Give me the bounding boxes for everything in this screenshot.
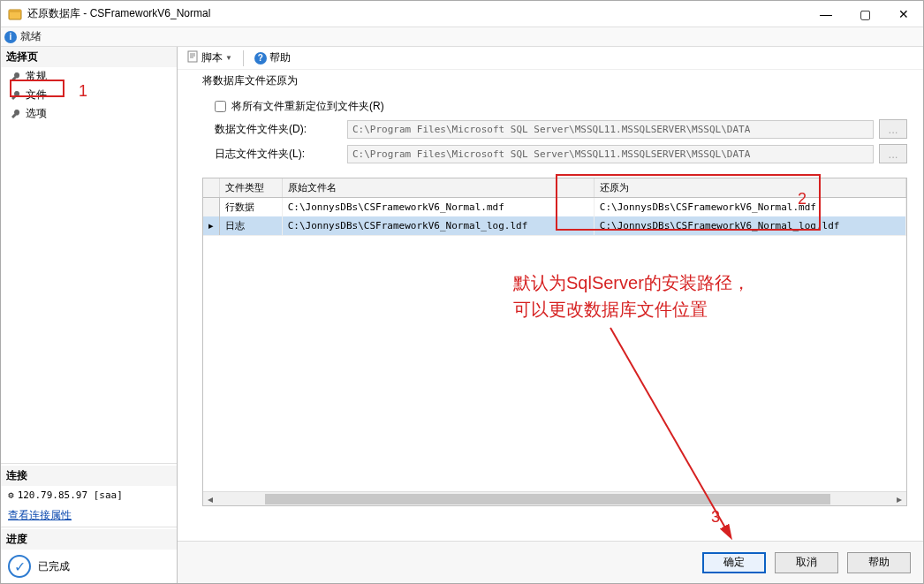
window-title: 还原数据库 - CSFrameworkV6_Normal (27, 6, 807, 21)
table-row[interactable]: ▸ 日志 C:\JonnysDBs\CSFrameworkV6_Normal_l… (203, 216, 906, 235)
chevron-down-icon: ▼ (225, 54, 232, 62)
dialog-window: 还原数据库 - CSFrameworkV6_Normal — ▢ ✕ i 就绪 … (0, 0, 924, 584)
data-folder-browse-button: ... (879, 119, 907, 139)
wrench-icon (10, 89, 22, 102)
main-panel: 脚本 ▼ ? 帮助 将数据库文件还原为 将所有文件重新定位到文件夹(R) (178, 47, 923, 583)
progress-section: 进度 ✓ 已完成 (1, 527, 177, 583)
info-icon: i (4, 31, 17, 43)
script-button[interactable]: 脚本 ▼ (183, 49, 236, 67)
sidebar-item-options[interactable]: 选项 (1, 104, 177, 123)
toolbar: 脚本 ▼ ? 帮助 (178, 47, 923, 70)
toolbar-separator (243, 50, 244, 66)
relocate-checkbox[interactable] (215, 101, 226, 112)
titlebar: 还原数据库 - CSFrameworkV6_Normal — ▢ ✕ (1, 1, 923, 27)
app-icon (8, 7, 22, 21)
maximize-button[interactable]: ▢ (845, 1, 884, 27)
status-text: 就绪 (20, 29, 42, 44)
cell-file-type[interactable]: 行数据 (220, 198, 283, 217)
connection-header: 连接 (1, 466, 177, 486)
select-page-header: 选择页 (1, 47, 177, 67)
dialog-footer: 确定 取消 帮助 (178, 541, 923, 583)
ok-button[interactable]: 确定 (702, 552, 766, 573)
close-button[interactable]: ✕ (884, 1, 923, 27)
help-button-footer[interactable]: 帮助 (847, 552, 911, 573)
restore-as-legend: 将数据库文件还原为 (202, 73, 298, 88)
table-row[interactable]: 行数据 C:\JonnysDBs\CSFrameworkV6_Normal.md… (203, 198, 906, 217)
relocate-label[interactable]: 将所有文件重新定位到文件夹(R) (231, 99, 384, 114)
col-restore-as[interactable]: 还原为 (594, 178, 905, 198)
help-icon: ? (254, 52, 267, 64)
scroll-thumb[interactable] (265, 494, 830, 504)
connection-value: 120.79.85.97 [saa] (18, 489, 123, 501)
files-grid: 文件类型 原始文件名 还原为 行数据 C:\JonnysDBs\CSFramew… (202, 178, 907, 506)
data-folder-input (347, 120, 874, 139)
log-folder-input (347, 145, 874, 163)
grid-header-row: 文件类型 原始文件名 还原为 (203, 178, 906, 198)
scroll-left-arrow[interactable]: ◂ (203, 492, 217, 506)
status-bar: i 就绪 (1, 27, 923, 47)
restore-as-group: 将数据库文件还原为 将所有文件重新定位到文件夹(R) 数据文件文件夹(D): .… (202, 73, 907, 169)
progress-text: 已完成 (38, 559, 70, 574)
grid-empty-area (203, 235, 906, 491)
help-button[interactable]: ? 帮助 (251, 49, 294, 67)
cell-original-name[interactable]: C:\JonnysDBs\CSFrameworkV6_Normal_log.ld… (282, 216, 594, 235)
done-icon: ✓ (8, 555, 31, 578)
col-original-name[interactable]: 原始文件名 (282, 178, 594, 198)
minimize-button[interactable]: — (807, 1, 845, 27)
dialog-body: 选择页 常规 文件 选项 连接 ⚙ (1, 47, 923, 583)
sidebar-item-label: 选项 (26, 106, 47, 121)
cell-restore-as[interactable]: C:\JonnysDBs\CSFrameworkV6_Normal_log.ld… (594, 216, 905, 235)
data-folder-label: 数据文件文件夹(D): (215, 122, 347, 137)
progress-header: 进度 (1, 529, 177, 550)
page-nav: 常规 文件 选项 (1, 67, 177, 123)
cell-file-type[interactable]: 日志 (220, 216, 283, 235)
sidebar: 选择页 常规 文件 选项 连接 ⚙ (1, 47, 178, 583)
script-label: 脚本 (201, 50, 223, 65)
sidebar-item-general[interactable]: 常规 (1, 67, 177, 86)
cell-original-name[interactable]: C:\JonnysDBs\CSFrameworkV6_Normal.mdf (282, 198, 594, 217)
horizontal-scrollbar[interactable]: ◂ ▸ (203, 491, 906, 505)
sidebar-item-label: 文件 (26, 87, 47, 102)
server-icon: ⚙ (8, 489, 14, 501)
cell-restore-as[interactable]: C:\JonnysDBs\CSFrameworkV6_Normal.mdf (594, 198, 905, 217)
log-folder-label: 日志文件文件夹(L): (215, 147, 347, 162)
log-folder-browse-button: ... (879, 144, 907, 163)
row-header-blank (203, 178, 220, 198)
wrench-icon (10, 71, 22, 83)
svg-rect-2 (188, 51, 197, 62)
connection-section: 连接 ⚙ 120.79.85.97 [saa] 查看连接属性 (1, 463, 177, 527)
help-label: 帮助 (269, 50, 291, 65)
row-selector[interactable] (203, 198, 220, 217)
scroll-right-arrow[interactable]: ▸ (892, 492, 906, 506)
content-area: 将数据库文件还原为 将所有文件重新定位到文件夹(R) 数据文件文件夹(D): .… (178, 70, 923, 541)
col-file-type[interactable]: 文件类型 (220, 178, 283, 198)
sidebar-item-files[interactable]: 文件 (1, 86, 177, 104)
wrench-icon (10, 108, 22, 120)
script-icon (186, 50, 199, 65)
sidebar-item-label: 常规 (26, 69, 47, 84)
cancel-button[interactable]: 取消 (775, 552, 838, 573)
row-selector[interactable]: ▸ (203, 216, 220, 235)
svg-rect-1 (9, 10, 21, 12)
view-connection-props-link[interactable]: 查看连接属性 (1, 504, 79, 527)
